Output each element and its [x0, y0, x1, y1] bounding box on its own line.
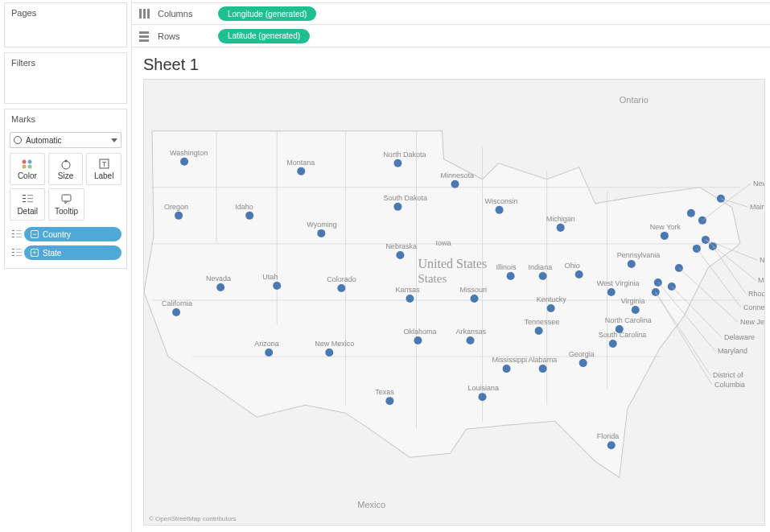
pill-label: Country — [43, 230, 71, 239]
svg-rect-30 — [139, 31, 149, 34]
state-label: West Virginia — [597, 279, 640, 287]
size-button[interactable]: Size — [48, 153, 84, 185]
svg-rect-31 — [139, 35, 149, 38]
state-label: Utah — [262, 273, 278, 281]
dimension-pill-state[interactable]: + State — [10, 245, 121, 261]
state-label: Kansas — [395, 286, 420, 294]
state-dot[interactable] — [216, 283, 224, 291]
state-dot[interactable] — [661, 232, 669, 240]
columns-shelf[interactable]: Columns Longitude (generated) — [132, 2, 770, 25]
state-dot[interactable] — [609, 340, 617, 348]
state-label: Wyoming — [307, 221, 336, 229]
state-dot[interactable] — [317, 229, 325, 237]
state-dot[interactable] — [393, 159, 401, 167]
state-dot[interactable] — [693, 245, 701, 253]
state-dot[interactable] — [535, 327, 543, 335]
map-viz[interactable]: Ontario United States States Mexico Wash… — [143, 79, 765, 526]
state-dot[interactable] — [507, 272, 515, 280]
state-dot[interactable] — [337, 284, 345, 292]
columns-pill[interactable]: Longitude (generated) — [218, 6, 316, 21]
state-dot[interactable] — [616, 325, 624, 333]
state-dot[interactable] — [607, 441, 616, 449]
label-icon: T — [98, 158, 110, 170]
svg-rect-26 — [16, 255, 22, 256]
dimension-pill-country[interactable]: − Country — [10, 226, 121, 242]
state-label: Wisconsin — [485, 197, 518, 205]
state-dot[interactable] — [467, 336, 475, 344]
svg-point-2 — [23, 165, 27, 169]
state-label: Montana — [286, 159, 315, 167]
state-dot[interactable] — [273, 282, 281, 290]
state-dot[interactable] — [539, 272, 547, 280]
svg-rect-24 — [16, 249, 22, 250]
state-dot[interactable] — [245, 212, 253, 220]
state-dot[interactable] — [702, 236, 710, 244]
state-dot[interactable] — [628, 260, 636, 268]
svg-rect-14 — [62, 195, 71, 201]
state-dot[interactable] — [479, 393, 487, 401]
state-dot[interactable] — [396, 251, 404, 259]
state-dot[interactable] — [180, 158, 188, 166]
state-dot[interactable] — [632, 306, 640, 314]
callout-label: Ne — [760, 256, 764, 264]
detail-label: Detail — [17, 207, 38, 216]
label-button[interactable]: T Label — [86, 153, 121, 185]
svg-rect-27 — [139, 9, 142, 19]
state-dot[interactable] — [385, 397, 393, 405]
region-label-mexico: Mexico — [357, 500, 385, 509]
state-dot[interactable] — [698, 217, 706, 225]
state-dot[interactable] — [172, 308, 180, 316]
state-label: Minnesota — [440, 171, 474, 179]
rows-pill[interactable]: Latitude (generated) — [218, 29, 310, 43]
pages-card[interactable]: Pages — [4, 2, 127, 47]
state-dot[interactable] — [175, 212, 183, 220]
state-dot[interactable] — [579, 359, 587, 367]
svg-rect-12 — [27, 198, 33, 199]
svg-rect-23 — [12, 255, 14, 256]
state-dot[interactable] — [687, 209, 695, 217]
svg-point-5 — [65, 160, 68, 163]
state-dot[interactable] — [607, 288, 616, 296]
marks-type-dropdown[interactable]: Automatic — [10, 132, 121, 148]
region-label-ontario: Ontario — [620, 95, 649, 105]
state-dot[interactable] — [265, 348, 273, 357]
detail-button[interactable]: Detail — [10, 188, 45, 221]
callout-label: Maryland — [718, 347, 747, 355]
state-dot[interactable] — [325, 348, 333, 357]
state-dot[interactable] — [451, 180, 459, 188]
state-dot[interactable] — [547, 304, 555, 312]
expand-icon[interactable]: + — [31, 249, 39, 257]
state-dot[interactable] — [471, 295, 479, 303]
country-label-sub: States — [418, 272, 447, 285]
svg-rect-21 — [12, 249, 14, 250]
callout-label: Ma — [758, 276, 764, 284]
state-label: Idaho — [235, 203, 253, 211]
collapse-icon[interactable]: − — [31, 230, 39, 238]
state-dot[interactable] — [414, 336, 422, 344]
tooltip-button[interactable]: Tooltip — [48, 188, 84, 221]
state-label: Oregon — [164, 203, 188, 211]
state-label: South Dakota — [383, 194, 427, 202]
svg-point-1 — [28, 160, 32, 164]
svg-rect-9 — [23, 198, 26, 199]
state-dot[interactable] — [496, 206, 504, 214]
state-label: Pennsylvania — [617, 251, 661, 259]
rows-shelf[interactable]: Rows Latitude (generated) — [132, 25, 770, 47]
state-dot[interactable] — [393, 203, 401, 211]
callout-label: Connecti — [743, 303, 764, 311]
svg-rect-29 — [147, 9, 150, 19]
sheet-title[interactable]: Sheet 1 — [143, 56, 765, 74]
svg-rect-10 — [23, 201, 26, 202]
callout-label: Columbia — [714, 381, 745, 389]
state-dot[interactable] — [539, 365, 547, 373]
filters-card[interactable]: Filters — [4, 52, 127, 104]
state-label: Virginia — [621, 297, 645, 305]
state-dot[interactable] — [297, 167, 305, 175]
state-label: Washington — [170, 149, 208, 157]
state-dot[interactable] — [557, 224, 565, 232]
state-dot[interactable] — [503, 365, 511, 373]
state-dot[interactable] — [575, 270, 583, 278]
state-dot[interactable] — [406, 295, 414, 303]
color-label: Color — [18, 171, 37, 180]
color-button[interactable]: Color — [10, 153, 45, 185]
